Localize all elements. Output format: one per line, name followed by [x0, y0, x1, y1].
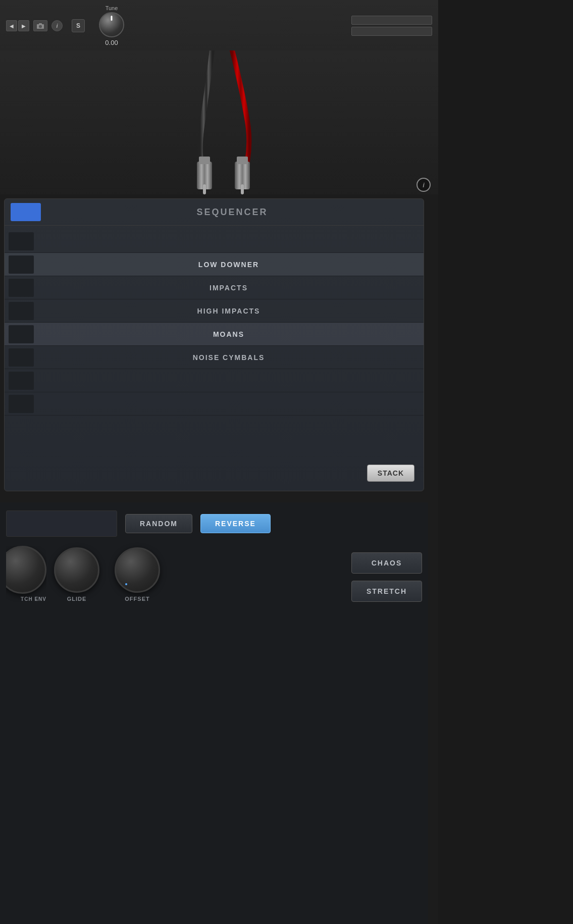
tune-knob[interactable] [99, 12, 124, 37]
seq-item-label: HIGH IMPACTS [38, 307, 420, 315]
info-circle-button[interactable]: i [416, 178, 431, 192]
knob-group-tch-env: TCH ENV [6, 546, 46, 602]
svg-point-1 [39, 25, 42, 28]
knobs-row: TCH ENV GLIDE OFFSET CHAOS [6, 546, 422, 602]
waveform-display [6, 510, 117, 537]
list-item[interactable]: HIGH IMPACTS [5, 299, 424, 323]
seq-row-left [9, 279, 34, 297]
sequencer-panel: SEQUENCER LOW DOWNER IMPACTS HIGH IMPACT… [4, 198, 424, 491]
right-sliders [351, 16, 432, 36]
tune-area: Tune 0.00 [99, 5, 124, 46]
svg-rect-3 [0, 50, 438, 197]
svg-rect-5 [199, 157, 210, 164]
cables-svg [0, 50, 438, 197]
knob-group-offset: OFFSET [107, 547, 168, 602]
seq-row-empty-top [5, 230, 424, 253]
main-panel: SEQUENCER LOW DOWNER IMPACTS HIGH IMPACT… [0, 194, 438, 924]
top-controls: ◀ ▶ i S Tune 0.00 [0, 0, 438, 52]
seq-row-left [9, 302, 34, 320]
seq-row-left [9, 325, 34, 343]
nav-arrows: ◀ ▶ [6, 20, 29, 31]
sequencer-title: SEQUENCER [47, 207, 418, 218]
slider-top[interactable] [351, 16, 432, 25]
offset-knob[interactable] [115, 547, 160, 593]
sequencer-blue-tab[interactable] [11, 203, 41, 221]
knob-group-glide: GLIDE [46, 547, 107, 602]
svg-rect-6 [203, 184, 206, 194]
seq-item-label: LOW DOWNER [38, 261, 420, 269]
list-item [5, 369, 424, 392]
camera-button[interactable] [33, 20, 47, 31]
tune-value: 0.00 [105, 39, 118, 46]
seq-row-left [9, 232, 34, 250]
seq-item-label: NOISE CYMBALS [38, 353, 420, 362]
tune-label: Tune [106, 5, 118, 11]
s-button[interactable]: S [72, 19, 85, 32]
sequencer-header: SEQUENCER [5, 199, 424, 226]
slider-bottom[interactable] [351, 27, 432, 36]
nav-forward-button[interactable]: ▶ [18, 20, 29, 31]
sequencer-list: LOW DOWNER IMPACTS HIGH IMPACTS MOANS NO… [5, 226, 424, 420]
svg-rect-8 [237, 157, 248, 164]
svg-rect-2 [39, 23, 42, 25]
stack-button[interactable]: STACK [367, 465, 414, 482]
info-top-button[interactable]: i [51, 20, 63, 31]
seq-row-left [9, 372, 34, 390]
list-item[interactable]: LOW DOWNER [5, 253, 424, 276]
tch-env-knob[interactable] [6, 546, 46, 594]
seq-row-left [9, 255, 34, 274]
list-item [5, 392, 424, 416]
seq-item-label: IMPACTS [38, 284, 420, 292]
offset-label: OFFSET [125, 596, 149, 602]
tch-env-label: TCH ENV [21, 596, 46, 602]
bottom-controls-area: RANDOM REVERSE TCH ENV GLIDE [0, 502, 428, 924]
seq-row-left [9, 348, 34, 367]
reverse-button[interactable]: REVERSE [200, 514, 271, 533]
list-item[interactable]: MOANS [5, 323, 424, 346]
chaos-button[interactable]: CHAOS [351, 552, 422, 574]
glide-knob[interactable] [54, 547, 99, 593]
right-buttons-column: CHAOS STRETCH [351, 552, 422, 602]
svg-rect-9 [241, 184, 244, 194]
random-button[interactable]: RANDOM [125, 514, 192, 533]
stretch-button[interactable]: STRETCH [351, 581, 422, 602]
cables-area: i [0, 50, 438, 197]
list-item[interactable]: IMPACTS [5, 276, 424, 299]
glide-label: GLIDE [67, 596, 87, 602]
list-item[interactable]: NOISE CYMBALS [5, 346, 424, 369]
nav-back-button[interactable]: ◀ [6, 20, 17, 31]
seq-item-label: MOANS [38, 330, 420, 338]
top-button-row: RANDOM REVERSE [6, 510, 422, 537]
seq-row-left [9, 395, 34, 413]
